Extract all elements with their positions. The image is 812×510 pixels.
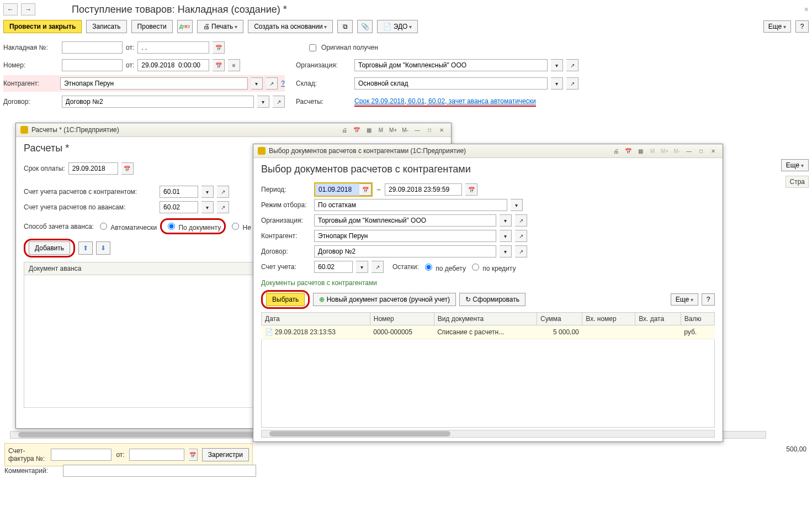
dropdown-icon-3[interactable]: ▾	[551, 77, 563, 90]
save-button[interactable]: Записать	[86, 20, 126, 33]
counterparty-field[interactable]	[60, 77, 248, 90]
contract-label: Договор:	[3, 98, 59, 106]
open-icon-2[interactable]: ↗	[266, 77, 278, 90]
number-date-field[interactable]	[137, 59, 209, 71]
print-label: Печать	[211, 23, 233, 30]
invoice-no-label: Накладная №:	[3, 44, 59, 51]
warehouse-label: Склад:	[296, 80, 351, 87]
org-label: Организация:	[296, 61, 351, 69]
invoice-date-field[interactable]	[137, 41, 209, 54]
dropdown-icon[interactable]: ▾	[551, 59, 563, 71]
counterparty-help-link[interactable]: ?	[281, 80, 285, 87]
invoice-no-field[interactable]	[62, 41, 123, 54]
copy-icon[interactable]: ⧉	[337, 20, 353, 33]
settlements-link[interactable]: Срок 29.09.2018, 60.01, 60.02, зачет ава…	[354, 97, 536, 107]
open-icon[interactable]: ↗	[566, 59, 579, 71]
from-label-1: от:	[126, 44, 134, 51]
debit-credit-icon[interactable]: ДтКт	[177, 20, 193, 33]
from-label-2: от:	[126, 61, 134, 69]
org-field[interactable]	[354, 59, 548, 71]
post-close-button[interactable]: Провести и закрыть	[3, 20, 82, 33]
back-button[interactable]: ←	[3, 3, 18, 15]
open-icon-3[interactable]: ↗	[566, 77, 579, 90]
contract-field[interactable]	[62, 96, 254, 108]
counterparty-label: Контрагент:	[3, 80, 57, 87]
forward-button[interactable]: →	[21, 3, 35, 15]
create-based-button[interactable]: Создать на основании	[248, 20, 333, 33]
attach-icon[interactable]: 📎	[357, 20, 373, 33]
calendar-icon-2[interactable]: 📅	[213, 59, 225, 71]
more-button[interactable]: Еще	[763, 20, 791, 33]
help-button[interactable]: ?	[795, 20, 809, 33]
dropdown-icon-2[interactable]: ▾	[251, 77, 263, 90]
calendar-icon[interactable]: 📅	[213, 41, 225, 54]
dropdown-icon-4[interactable]: ▾	[257, 96, 269, 108]
post-button[interactable]: Провести	[131, 20, 173, 33]
open-icon-4[interactable]: ↗	[273, 96, 285, 108]
warehouse-field[interactable]	[354, 77, 548, 90]
edo-button[interactable]: 📄 ЭДО	[377, 20, 418, 33]
original-label: Оригинал получен	[321, 44, 378, 51]
number-field[interactable]	[62, 59, 123, 71]
close-icon[interactable]: ×	[804, 5, 809, 14]
settlements-label: Расчеты:	[296, 98, 351, 106]
original-checkbox[interactable]	[309, 44, 316, 51]
page-title: Поступление товаров: Накладная (создание…	[72, 4, 287, 15]
list-icon[interactable]: ≡	[228, 59, 240, 71]
print-button[interactable]: 🖨 Печать	[197, 20, 243, 33]
number-label: Номер:	[3, 61, 59, 69]
edo-label: ЭДО	[394, 23, 408, 30]
